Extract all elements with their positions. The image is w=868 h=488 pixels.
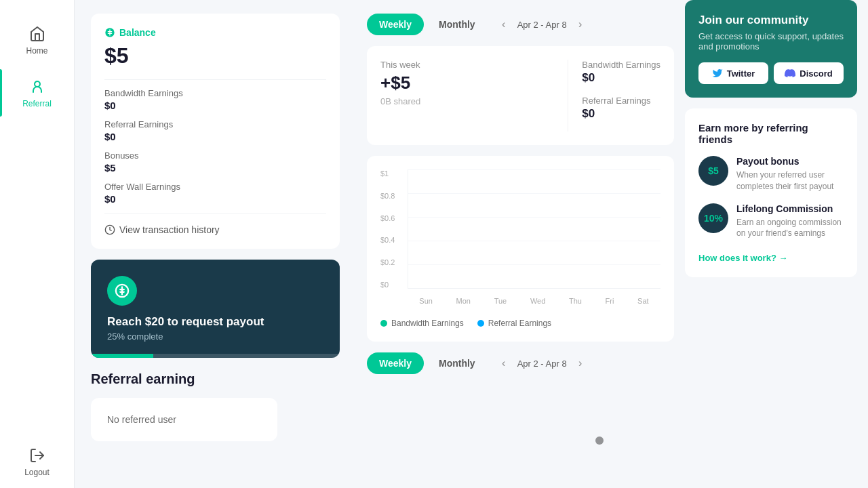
sidebar-item-referral[interactable]: Referral [0,69,74,117]
commission-badge: 10% [698,203,728,233]
prev-date-arrow[interactable]: ‹ [496,16,512,33]
grid-line-2 [408,193,660,194]
social-buttons: Twitter Discord [698,62,844,84]
offer-wall-value: $0 [104,193,326,205]
commission-title: Lifelong Commission [736,203,844,214]
offer-wall-label: Offer Wall Earnings [104,182,326,192]
grid-line-4 [408,241,660,241]
bandwidth-earnings-label: Bandwidth Earnings [104,88,326,98]
referral-summary-item: Referral Earnings $0 [582,96,660,121]
no-referred-box: No referred user [91,398,277,441]
chart-legend: Bandwidth Earnings Referral Earnings [380,313,660,328]
summary-card: This week +$5 0B shared Bandwidth Earnin… [367,46,674,145]
bottom-date-range: Apr 2 - Apr 8 [517,359,567,369]
summary-amount: +$5 [380,73,554,94]
community-card: Join our community Get access to quick s… [685,0,857,98]
how-it-works-link[interactable]: How does it work? → [698,253,787,263]
bandwidth-legend-label: Bandwidth Earnings [391,319,464,328]
payout-bonus-badge: $5 [698,156,728,186]
sidebar-logout-label: Logout [24,468,50,477]
next-date-arrow[interactable]: › [572,16,589,33]
tabs-row: Weekly Monthly ‹ Apr 2 - Apr 8 › [367,14,674,35]
sidebar: Home Referral Logout [0,0,75,488]
grid-line-5 [408,264,660,265]
referral-section-title: Referral earning [91,371,340,387]
divider [104,79,326,80]
monthly-tab[interactable]: Monthly [427,14,488,35]
sidebar-referral-label: Referral [22,99,52,108]
commission-info: Lifelong Commission Earn an ongoing comm… [736,203,844,240]
referral-legend-dot [477,320,484,327]
chart-x-labels: Sun Mon Tue Wed Thu Fri Sat [408,297,660,305]
bandwidth-summary-value: $0 [582,71,660,85]
bottom-tabs-row: Weekly Monthly ‹ Apr 2 - Apr 8 › [367,352,674,374]
progress-bar-fill [91,354,153,358]
chart-area: $1 $0.8 $0.6 $0.4 $0.2 $0 [380,169,660,305]
payout-card: Reach $20 to request payout 25% complete [91,260,340,358]
discord-icon [785,68,795,79]
view-history-link[interactable]: View transaction history [104,224,326,235]
discord-label: Discord [800,68,832,79]
chart-inner [408,169,660,289]
bandwidth-legend-dot [380,320,387,327]
referral-legend-item: Referral Earnings [477,319,551,328]
payout-icon-circle [107,276,137,306]
referral-earnings-value: $0 [104,131,326,142]
payout-bonus-item: $5 Payout bonus When your referred user … [698,156,844,192]
discord-button[interactable]: Discord [774,62,844,84]
twitter-icon [712,68,723,79]
svg-point-0 [35,81,40,87]
balance-icon [104,27,115,38]
weekly-tab[interactable]: Weekly [367,14,424,35]
logout-icon [28,446,47,465]
commission-desc: Earn an ongoing commission on your frien… [736,217,844,240]
chart-container: $1 $0.8 $0.6 $0.4 $0.2 $0 [367,156,674,342]
payout-bonus-info: Payout bonus When your referred user com… [736,156,844,192]
left-panel: Balance $5 Bandwidth Earnings $0 Referra… [75,0,356,488]
chart-y-labels: $1 $0.8 $0.6 $0.4 $0.2 $0 [380,169,405,289]
content-area: Balance $5 Bandwidth Earnings $0 Referra… [75,0,868,488]
twitter-label: Twitter [727,68,755,79]
bonuses-label: Bonuses [104,150,326,161]
progress-bar-container [91,354,340,358]
referral-legend-label: Referral Earnings [488,319,551,328]
bandwidth-earnings-row: Bandwidth Earnings $0 [104,88,326,111]
date-range: Apr 2 - Apr 8 [517,20,567,30]
payout-bonus-title: Payout bonus [736,156,844,167]
sidebar-item-logout[interactable]: Logout [0,438,74,485]
payout-title: Reach $20 to request payout [107,315,323,329]
balance-section: Balance $5 Bandwidth Earnings $0 Referra… [91,14,340,249]
bottom-date-nav: ‹ Apr 2 - Apr 8 › [496,355,589,371]
home-icon [28,24,47,43]
bottom-monthly-tab[interactable]: Monthly [427,352,488,374]
bottom-next-arrow[interactable]: › [572,355,589,371]
referral-earn-title: Earn more by referring friends [698,122,844,145]
referral-earn-card: Earn more by referring friends $5 Payout… [685,108,857,277]
bottom-prev-arrow[interactable]: ‹ [496,355,512,371]
referral-icon [28,77,47,96]
sidebar-home-label: Home [26,46,47,56]
no-referred-text: No referred user [107,414,176,425]
divider-2 [104,213,326,214]
referral-earnings-label: Referral Earnings [104,119,326,129]
main-content: Balance $5 Bandwidth Earnings $0 Referra… [75,0,868,488]
bandwidth-summary-item: Bandwidth Earnings $0 [582,60,660,85]
bandwidth-legend-item: Bandwidth Earnings [380,319,464,328]
summary-left: This week +$5 0B shared [380,60,568,131]
right-panel: Join our community Get access to quick s… [685,0,868,488]
middle-panel: Weekly Monthly ‹ Apr 2 - Apr 8 › This we… [356,0,685,488]
dollar-icon [115,283,130,298]
bottom-weekly-tab[interactable]: Weekly [367,352,424,374]
community-title: Join our community [698,14,844,27]
balance-amount: $5 [104,43,326,68]
history-icon [104,224,115,235]
sidebar-item-home[interactable]: Home [0,16,74,64]
bandwidth-earnings-value: $0 [104,100,326,111]
referral-earnings-row: Referral Earnings $0 [104,119,326,142]
twitter-button[interactable]: Twitter [698,62,768,84]
grid-line-1 [408,169,660,170]
summary-shared: 0B shared [380,96,554,106]
payout-bonus-desc: When your referred user completes their … [736,169,844,192]
this-week-label: This week [380,60,554,70]
bonuses-value: $5 [104,162,326,174]
